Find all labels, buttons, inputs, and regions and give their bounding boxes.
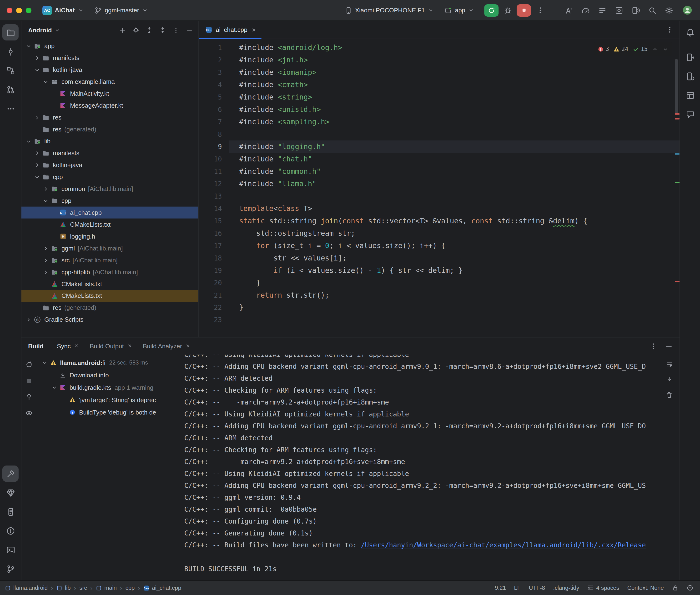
search-button[interactable] (645, 3, 660, 17)
code-editor[interactable]: 1234567891011121314151617181920212223 #i… (199, 39, 679, 337)
file-encoding[interactable]: UTF-8 (529, 585, 545, 591)
build-tree-item[interactable]: 'jvmTarget': String' is deprec (37, 394, 179, 406)
code-line[interactable]: #include "chat.h" (239, 153, 679, 165)
more-button[interactable] (2, 101, 19, 117)
breadcrumb-item[interactable]: C++ai_chat.cpp (143, 585, 181, 591)
tree-item[interactable]: cpp-httplib[AiChat.lib.main] (22, 266, 198, 278)
tree-item[interactable]: Hlogging.h (22, 230, 198, 243)
tree-item[interactable]: MessageAdapter.kt (22, 100, 198, 111)
error-stripe-mark[interactable] (675, 281, 679, 282)
stop-button[interactable] (516, 4, 531, 17)
code-line[interactable]: std::ostringstream str; (239, 227, 679, 239)
next-problem-icon[interactable] (662, 46, 669, 52)
tree-item[interactable]: kotlin+java (22, 64, 198, 76)
code-line[interactable]: if (i < values.size() - 1) { str << deli… (239, 264, 679, 277)
more-run-actions-button[interactable] (533, 4, 547, 17)
expand-button[interactable] (143, 24, 155, 36)
debug-button[interactable] (500, 4, 515, 17)
code-line[interactable]: } (239, 277, 679, 289)
notifications-status-icon[interactable] (687, 585, 693, 591)
close-icon[interactable] (185, 342, 191, 349)
breadcrumb-item[interactable]: main (96, 585, 117, 591)
add-button[interactable] (116, 24, 129, 36)
clear-button[interactable] (663, 389, 675, 400)
kebab-button[interactable] (170, 24, 182, 36)
tree-item[interactable]: CMakeLists.txt (22, 219, 198, 230)
tree-item[interactable]: kotlin+java (22, 159, 198, 171)
console-link[interactable]: /Users/hanyin/Workspace/ai-chat/examples… (361, 541, 646, 549)
code-line[interactable] (239, 128, 679, 140)
prev-problem-icon[interactable] (652, 46, 658, 52)
minimize-window-button[interactable] (16, 7, 22, 13)
assistant-button[interactable] (682, 106, 698, 122)
tree-item[interactable]: CMakeLists.txt (22, 278, 198, 290)
tree-item[interactable]: ggml[AiChat.lib.main] (22, 243, 198, 254)
editor-tab[interactable]: C++ ai_chat.cpp (199, 21, 261, 39)
soft-wrap-button[interactable] (663, 358, 675, 370)
code-analysis-button[interactable] (561, 3, 576, 17)
code-line[interactable]: } (239, 301, 679, 314)
logcat-button[interactable] (595, 3, 610, 17)
run-button[interactable] (484, 4, 499, 17)
hide-button[interactable] (183, 24, 195, 36)
inspections-widget[interactable]: 3 24 15 (594, 42, 672, 56)
lock-icon[interactable] (672, 585, 678, 591)
vcs-branch-selector[interactable]: ggml-master (91, 4, 151, 16)
code-line[interactable]: template<class T> (239, 202, 679, 215)
line-separator[interactable]: LF (514, 585, 521, 591)
commit-button[interactable] (2, 43, 19, 59)
build-tab-sync[interactable]: Sync (52, 337, 84, 355)
problems-button[interactable] (2, 522, 19, 539)
fullscreen-window-button[interactable] (26, 7, 31, 13)
project-selector[interactable]: AC AiChat (39, 4, 87, 17)
device-selector[interactable]: Xiaomi POCOPHONE F1 (341, 4, 437, 16)
code-line[interactable]: #include <unistd.h> (239, 103, 679, 116)
app-inspection-button[interactable] (611, 3, 626, 17)
breadcrumb-item[interactable]: llama.android (5, 585, 48, 591)
scroll-to-end-button[interactable] (663, 374, 675, 385)
code-line[interactable]: #include <string> (239, 91, 679, 103)
code-line[interactable]: str << values[i]; (239, 252, 679, 264)
build-tab-build-analyzer[interactable]: Build Analyzer (138, 337, 196, 355)
tree-item[interactable]: common[AiChat.lib.main] (22, 183, 198, 195)
close-window-button[interactable] (7, 7, 12, 13)
close-icon[interactable] (74, 342, 79, 349)
structure-button[interactable] (2, 62, 19, 79)
run-configuration-selector[interactable]: app (441, 4, 478, 16)
close-icon[interactable] (127, 342, 133, 349)
ok-stripe-mark[interactable] (675, 182, 679, 183)
eye-button[interactable] (23, 407, 35, 419)
breadcrumb-item[interactable]: lib (56, 585, 71, 591)
build-tree-item[interactable]: BuildType 'debug' is both de (37, 406, 179, 418)
tree-item[interactable]: lib (22, 135, 198, 147)
pull-requests-button[interactable] (2, 81, 19, 97)
user-avatar-button[interactable] (680, 4, 694, 17)
hide-build-panel-button[interactable] (662, 339, 676, 352)
build-button[interactable] (2, 465, 19, 482)
caret-position[interactable]: 9:21 (495, 585, 506, 591)
breadcrumb-item[interactable]: src (79, 585, 87, 591)
running-devices-button[interactable] (682, 49, 698, 65)
version-control-button[interactable] (2, 561, 19, 577)
tree-item[interactable]: res (22, 111, 198, 123)
terminal-button[interactable] (2, 542, 19, 558)
code-line[interactable]: #include <iomanip> (239, 66, 679, 79)
project-button[interactable] (2, 24, 19, 40)
code-line[interactable]: return str.str(); (239, 289, 679, 302)
device-explorer-button[interactable] (2, 504, 19, 520)
tree-item[interactable]: GGradle Scripts (22, 314, 198, 325)
device-manager-button[interactable] (682, 68, 698, 84)
tree-item[interactable]: CMakeLists.txt (22, 290, 198, 302)
tree-item[interactable]: app (22, 40, 198, 52)
editor-tab-options-button[interactable] (662, 23, 677, 36)
code-line[interactable]: for (size_t i = 0; i < values.size(); i+… (239, 239, 679, 252)
build-tab-build-output[interactable]: Build Output (85, 337, 137, 355)
code-line[interactable]: static std::string join(const std::vecto… (239, 215, 679, 227)
tree-item[interactable]: manifests (22, 52, 198, 64)
tree-item[interactable]: res(generated) (22, 302, 198, 314)
context-widget[interactable]: Context: None (627, 585, 664, 591)
stopsq-button[interactable] (23, 374, 35, 387)
build-console[interactable]: C/C++: -- Using KleidiAI optimized kerne… (179, 355, 679, 580)
build-tree-item[interactable]: Download info (37, 369, 179, 381)
project-view-selector[interactable]: Android (28, 26, 60, 34)
